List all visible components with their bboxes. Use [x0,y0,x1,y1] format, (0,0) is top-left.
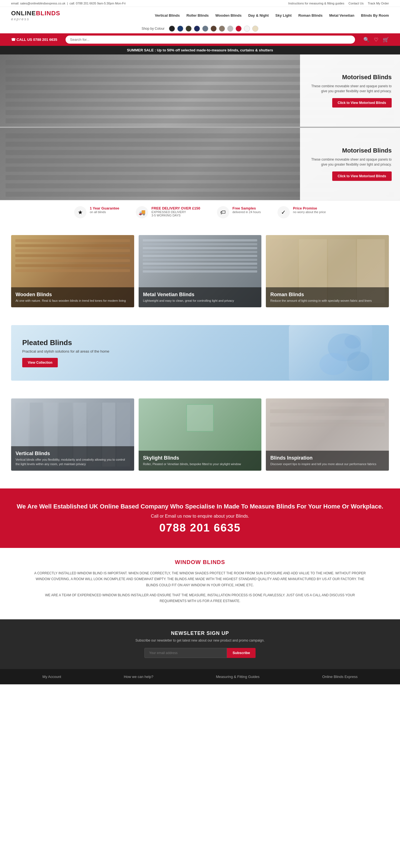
pleated-content: Pleated Blinds Practical and stylish sol… [22,338,110,367]
site-header: ONLINEBLINDS express Vertical Blinds Rol… [0,7,400,24]
nav-day-night[interactable]: Day & Night [248,13,269,18]
track-order-link[interactable]: Track My Order [368,2,389,5]
hero-overlay-1: Motorised Blinds These combine moveable … [300,55,400,127]
swatch-black[interactable] [169,26,175,32]
guarantee-icon: ★ [74,206,86,218]
site-footer: My Account How we can help? Measuring & … [0,669,400,684]
svg-point-1 [347,351,369,371]
header-icons: 🔍 ♡ 🛒 [363,37,389,43]
newsletter-sub: Subscribe our newsletter to get latest n… [11,639,389,642]
swatch-warm-grey[interactable] [219,26,225,32]
color-bar: Shop by Colour [0,24,400,33]
vertical-blinds-desc: Vertical blinds offer you flexibility, m… [16,458,130,466]
wishlist-icon[interactable]: ♡ [374,37,378,43]
trust-delivery: 🚚 FREE DELIVERY OVER £150 EXPRESSED DELI… [136,206,200,218]
pleated-desc: Practical and stylish solutions for all … [22,349,110,353]
product-card-roman[interactable]: Roman Blinds Reduce the amount of light … [266,235,389,307]
swatch-olive[interactable] [186,26,192,32]
swatch-cream[interactable] [252,26,258,32]
top-product-grid: Wooden Blinds At one with nature. Real &… [0,224,400,325]
hero-desc-1: These combine moveable sheer and opaque … [308,84,392,94]
swatch-white[interactable] [244,26,250,32]
footer-my-account[interactable]: My Account [42,675,61,679]
vertical-blinds-title: Vertical Blinds [16,451,130,457]
sale-banner-text: SUMMER SALE : Up to 50% off selected mad… [127,48,273,52]
trust-guarantee: ★ 1 Year Guarantee on all blinds [74,206,119,218]
newsletter-section: NEWSLETER SIGN UP Subscribe our newslett… [0,619,400,669]
roman-blinds-desc: Reduce the amount of light coming in wit… [270,299,384,303]
nav-blinds-by-room[interactable]: Blinds By Room [361,13,389,18]
bottom-product-grid: Vertical Blinds Vertical blinds offer yo… [0,387,400,489]
delivery-icon: 🚚 [136,206,148,218]
hero-section: Motorised Blinds These combine moveable … [0,55,400,200]
newsletter-email-input[interactable] [145,648,227,658]
hero-overlay-2: Motorised Blinds These combine moveable … [300,128,400,200]
product-card-vertical[interactable]: Vertical Blinds Vertical blinds offer yo… [11,398,134,471]
hero-title-1: Motorised Blinds [308,74,392,81]
inspiration-overlay: Blinds Inspiration Discover expert tips … [266,451,389,471]
cta-sub-text: Call or Email us now to enquire about yo… [11,514,389,519]
product-card-venetian[interactable]: Metal Venetian Blinds Lightweight and ea… [139,235,261,307]
nav-vertical-blinds[interactable]: Vertical Blinds [155,13,180,18]
nav-sky-light[interactable]: Sky Light [275,13,292,18]
newsletter-title: NEWSLETER SIGN UP [11,630,389,636]
cta-banner: We Are Well Established UK Online Based … [0,489,400,548]
delivery-text: FREE DELIVERY OVER £150 EXPRESSED DELIVE… [151,206,200,217]
search-input[interactable] [66,36,355,43]
logo-express: express [11,17,30,21]
phone-label: ☎ CALL US 0788 201 6635 [11,37,57,42]
swatch-dark-blue[interactable] [194,26,200,32]
hero-row-2: Motorised Blinds These combine moveable … [0,128,400,200]
footer-how-we-help[interactable]: How we can help? [124,675,153,679]
instructions-link[interactable]: Instructions for measuring & fitting gui… [288,2,344,5]
product-card-skylight[interactable]: Skylight Blinds Roller, Pleated or Venet… [139,398,261,471]
search-box [66,36,355,43]
skylight-blinds-overlay: Skylight Blinds Roller, Pleated or Venet… [139,451,261,471]
cta-phone: 0788 201 6635 [11,522,389,534]
trust-samples: 🏷 Free Samples delivered in 24 hours [217,206,261,218]
nav-wooden-blinds[interactable]: Wooden Blinds [215,13,241,18]
wooden-blinds-title: Wooden Blinds [16,292,130,298]
inspiration-desc: Discover expert tips to inspire and tell… [270,462,384,466]
trust-price: ✓ Price Promise no worry about the price [277,206,326,218]
footer-measuring-guides[interactable]: Measuring & Fitting Guides [216,675,260,679]
hero-row-1: Motorised Blinds These combine moveable … [0,55,400,127]
swatch-grey[interactable] [202,26,208,32]
hero-btn-2[interactable]: Click to View Motorised Blinds [332,172,392,181]
newsletter-subscribe-button[interactable]: Subscribe [227,648,255,658]
product-card-wooden[interactable]: Wooden Blinds At one with nature. Real &… [11,235,134,307]
sale-banner: SUMMER SALE : Up to 50% off selected mad… [0,46,400,55]
cart-icon[interactable]: 🛒 [383,37,389,43]
guarantee-text: 1 Year Guarantee on all blinds [90,206,119,214]
top-bar: email: sales@onlineblindsexpress.co.uk |… [0,0,400,7]
info-paragraph-1: A correctly installed window blind is im… [33,570,367,588]
search-icon[interactable]: 🔍 [363,37,369,43]
swatch-navy[interactable] [177,26,183,32]
product-card-inspiration[interactable]: Blinds Inspiration Discover expert tips … [266,398,389,471]
price-text: Price Promise no worry about the price [293,206,326,214]
main-navigation: Vertical Blinds Roller Blinds Wooden Bli… [155,13,389,18]
venetian-blinds-title: Metal Venetian Blinds [143,292,257,298]
samples-text: Free Samples delivered in 24 hours [233,206,261,214]
footer-online-blinds[interactable]: Online Blinds Express [322,675,358,679]
site-logo[interactable]: ONLINEBLINDS express [11,10,60,21]
swatch-brown[interactable] [211,26,217,32]
nav-metal-venetian[interactable]: Metal Venetian [329,13,354,18]
pleated-title: Pleated Blinds [22,338,110,347]
price-icon: ✓ [277,206,290,218]
roman-blinds-title: Roman Blinds [270,292,384,298]
pleated-view-collection-button[interactable]: View Collection [22,358,58,367]
nav-roller-blinds[interactable]: Roller Blinds [186,13,209,18]
skylight-blinds-desc: Roller, Pleated or Venetian blinds, besp… [143,462,257,466]
skylight-blinds-title: Skylight Blinds [143,455,257,461]
svg-point-2 [319,353,347,375]
venetian-blinds-overlay: Metal Venetian Blinds Lightweight and ea… [139,287,261,307]
logo-text: ONLINEBLINDS [11,10,60,17]
contact-link[interactable]: Contact Us [349,2,364,5]
swatch-red[interactable] [236,26,242,32]
logo-blinds: BLINDS [36,10,60,17]
nav-roman-blinds[interactable]: Roman Blinds [298,13,322,18]
swatch-light-grey[interactable] [227,26,233,32]
hero-btn-1[interactable]: Click to View Motorised Blinds [332,98,392,107]
hero-desc-2: These combine moveable sheer and opaque … [308,157,392,167]
